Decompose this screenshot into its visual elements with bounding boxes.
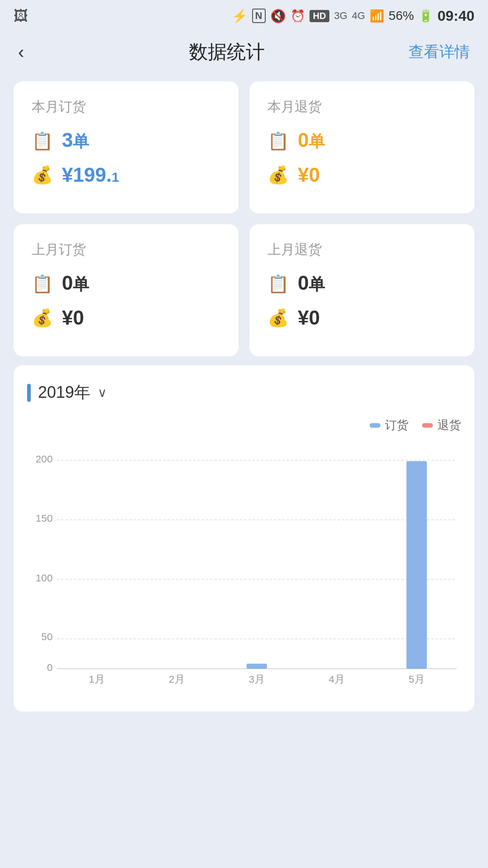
alarm-icon: ⏰ — [291, 9, 305, 23]
svg-text:1月: 1月 — [89, 674, 105, 685]
card-label-current-return: 本月退货 — [267, 98, 456, 116]
svg-text:4月: 4月 — [328, 674, 345, 685]
card-label-current-order: 本月订货 — [32, 98, 221, 116]
svg-text:3月: 3月 — [249, 674, 265, 685]
stat-cards-grid: 本月订货 📋 3单 💰 ¥199.1 本月退货 📋 0单 💰 ¥0 — [0, 72, 488, 365]
svg-text:0: 0 — [47, 662, 53, 673]
page-header: ‹ 数据统计 查看详情 — [0, 32, 488, 72]
chart-header: 2019年 ∨ — [27, 382, 461, 404]
chart-legend: 订货 退货 — [27, 417, 461, 433]
current-order-amount: ¥199.1 — [62, 164, 119, 186]
last-return-doc-icon: 📋 — [267, 274, 289, 294]
signal-icon: 📶 — [370, 9, 384, 23]
money-bag-icon-1: 💰 — [32, 165, 53, 185]
card-label-last-order: 上月订货 — [32, 241, 221, 259]
svg-text:2月: 2月 — [169, 674, 185, 685]
card-last-month-order: 上月订货 📋 0单 💰 ¥0 — [14, 224, 239, 356]
year-indicator-bar — [27, 384, 31, 402]
year-dropdown-button[interactable]: ∨ — [98, 385, 107, 400]
legend-order: 订货 — [370, 417, 408, 433]
legend-dot-order — [370, 423, 380, 428]
network-4g: 4G — [352, 10, 365, 22]
current-order-count: 3单 — [62, 129, 89, 153]
hd-badge: HD — [310, 10, 330, 22]
back-button[interactable]: ‹ — [18, 42, 45, 62]
legend-order-label: 订货 — [385, 417, 408, 433]
svg-text:200: 200 — [36, 453, 53, 465]
card-order-amount-row: 💰 ¥199.1 — [32, 164, 221, 186]
last-order-count: 0单 — [62, 272, 89, 296]
svg-text:50: 50 — [41, 631, 52, 642]
nfc-icon: N — [252, 9, 266, 23]
chart-year-label: 2019年 — [38, 382, 90, 404]
card-current-month-order: 本月订货 📋 3单 💰 ¥199.1 — [14, 81, 239, 213]
svg-text:5月: 5月 — [408, 674, 425, 685]
last-return-amount: ¥0 — [298, 307, 320, 329]
card-current-month-return: 本月退货 📋 0单 💰 ¥0 — [249, 81, 474, 213]
svg-text:150: 150 — [36, 513, 53, 524]
status-time: 09:40 — [437, 8, 474, 24]
mute-icon: 🔇 — [270, 9, 286, 24]
battery-percentage: 56% — [389, 9, 414, 23]
status-left-icons: 🖼 — [14, 8, 28, 24]
chart-section: 2019年 ∨ 订货 退货 200 150 100 50 0 — [14, 365, 474, 712]
network-3g: 3G — [334, 10, 347, 22]
status-bar: 🖼 ⚡ N 🔇 ⏰ HD 3G 4G 📶 56% 🔋 09:40 — [0, 0, 488, 32]
status-right-icons: ⚡ N 🔇 ⏰ HD 3G 4G 📶 56% 🔋 09:40 — [232, 8, 474, 24]
bar-order-march — [247, 664, 267, 669]
card-order-count-row: 📋 3单 — [32, 129, 221, 153]
return-doc-icon: 📋 — [267, 131, 289, 151]
last-order-amount: ¥0 — [62, 307, 84, 329]
money-bag-icon-3: 💰 — [32, 308, 53, 328]
bluetooth-icon: ⚡ — [232, 9, 248, 24]
image-icon: 🖼 — [14, 8, 28, 24]
svg-text:100: 100 — [36, 572, 53, 584]
chart-svg: 200 150 100 50 0 1月 2月 3月 4月 5月 — [27, 442, 461, 695]
card-return-amount-row: 💰 ¥0 — [267, 164, 456, 186]
order-doc-icon: 📋 — [32, 131, 53, 151]
legend-dot-return — [422, 423, 433, 428]
bar-chart: 200 150 100 50 0 1月 2月 3月 4月 5月 — [27, 442, 461, 695]
last-return-count: 0单 — [298, 272, 325, 296]
current-return-count: 0单 — [298, 129, 325, 153]
last-order-doc-icon: 📋 — [32, 274, 53, 294]
page-title: 数据统计 — [189, 39, 265, 65]
current-return-amount: ¥0 — [298, 164, 320, 186]
battery-icon: 🔋 — [418, 9, 433, 23]
bar-order-may — [407, 461, 427, 669]
legend-return-label: 退货 — [437, 417, 461, 433]
view-detail-button[interactable]: 查看详情 — [408, 42, 470, 62]
card-label-last-return: 上月退货 — [267, 241, 456, 259]
card-last-order-count-row: 📋 0单 — [32, 272, 221, 296]
money-bag-icon-2: 💰 — [267, 165, 289, 185]
money-bag-icon-4: 💰 — [267, 308, 289, 328]
card-last-order-amount-row: 💰 ¥0 — [32, 307, 221, 329]
legend-return: 退货 — [422, 417, 461, 433]
card-last-month-return: 上月退货 📋 0单 💰 ¥0 — [249, 224, 474, 356]
card-last-return-count-row: 📋 0单 — [267, 272, 456, 296]
card-last-return-amount-row: 💰 ¥0 — [267, 307, 456, 329]
card-return-count-row: 📋 0单 — [267, 129, 456, 153]
